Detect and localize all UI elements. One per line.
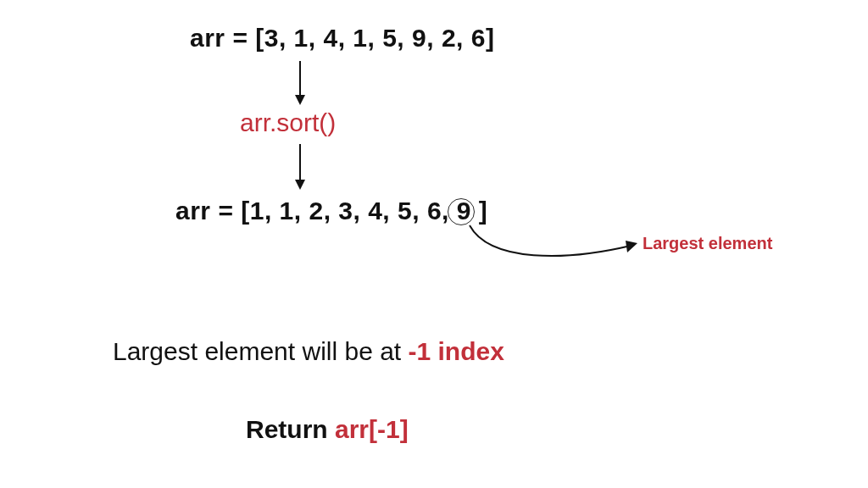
sorted-values: 1, 1, 2, 3, 4, 5, 6, 9 (250, 197, 471, 225)
return-prefix: Return (246, 415, 335, 443)
unsorted-array-line: arr = [3, 1, 4, 1, 5, 9, 2, 6] (190, 24, 494, 53)
arrow-down-icon (292, 59, 292, 107)
explain-highlight: -1 index (409, 337, 504, 365)
unsorted-values: 3, 1, 4, 1, 5, 9, 2, 6 (264, 24, 486, 52)
var-name: arr (175, 197, 211, 225)
annotation-largest: Largest element (643, 234, 772, 253)
diagram-stage: arr = [3, 1, 4, 1, 5, 9, 2, 6] arr.sort(… (0, 0, 868, 488)
sorted-array-line: arr = [1, 1, 2, 3, 4, 5, 6, 9 ] (175, 197, 487, 225)
var-name: arr (190, 24, 225, 52)
return-line: Return arr[-1] (246, 415, 409, 444)
explanation-line: Largest element will be at -1 index (113, 337, 504, 366)
sort-call: arr.sort() (240, 108, 336, 137)
arrow-curve-icon (465, 220, 643, 274)
return-highlight: arr[-1] (335, 415, 409, 443)
arrow-down-icon (292, 142, 292, 191)
explain-prefix: Largest element will be at (113, 337, 409, 365)
